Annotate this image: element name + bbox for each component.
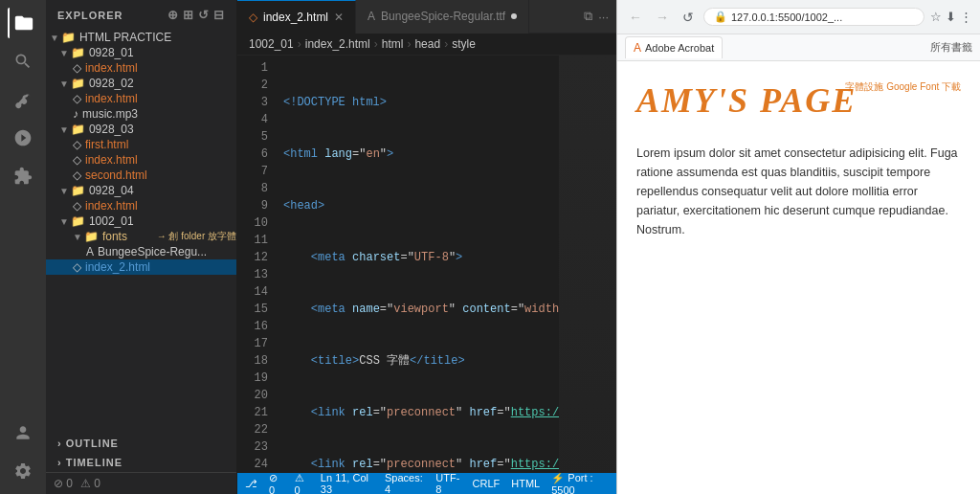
account-icon[interactable] (8, 417, 38, 448)
tree-arrow: ▼ (50, 33, 59, 43)
breadcrumb-html[interactable]: html (382, 37, 404, 51)
modified-dot (511, 13, 517, 19)
html-tab-icon: ◇ (249, 11, 257, 24)
warnings-status[interactable]: ⚠ 0 (295, 472, 309, 495)
tab-label: index_2.html (263, 11, 328, 24)
tree-label: index.html (85, 199, 236, 213)
mp3-file-icon: ♪ (73, 107, 78, 121)
tree-item-first-html[interactable]: ◇ first.html (46, 137, 236, 152)
browser-tabs-bar: A Adobe Acrobat 所有書籤 (617, 34, 980, 61)
breadcrumb-sep: › (444, 37, 448, 51)
tab-bungee-ttf[interactable]: A BungeeSpice-Regular.ttf (356, 0, 529, 34)
tree-arrow: ▼ (59, 124, 69, 135)
status-right: Ln 11, Col 33 Spaces: 4 UTF-8 CRLF HTML … (321, 472, 609, 495)
sidebar-header: EXPLORER ⊕ ⊞ ↺ ⊟ (46, 0, 236, 30)
code-content[interactable]: <!DOCTYPE html> <html lang="en"> <head> … (276, 56, 559, 473)
tab-close-icon[interactable]: ✕ (334, 11, 344, 24)
back-button[interactable]: ← (625, 8, 646, 27)
acrobat-tab[interactable]: A Adobe Acrobat (625, 36, 723, 58)
star-icon[interactable]: ☆ (930, 10, 942, 24)
tree-item-second-html[interactable]: ◇ second.html (46, 168, 236, 183)
more-actions-icon[interactable]: ··· (598, 10, 609, 24)
forward-button[interactable]: → (652, 8, 673, 27)
debug-icon[interactable] (8, 123, 38, 153)
outline-section[interactable]: › OUTLINE (46, 434, 236, 453)
eol-status[interactable]: CRLF (473, 478, 501, 489)
html-file-icon: ◇ (73, 260, 81, 274)
tree-label: 0928_02 (89, 77, 236, 90)
lorem-text: Lorem ipsum dolor sit amet consectetur a… (636, 144, 961, 239)
tree-arrow: ▼ (59, 216, 69, 227)
tree-item-index-html-1[interactable]: ◇ index.html (46, 60, 236, 76)
language-status[interactable]: HTML (511, 478, 540, 489)
bookmarks-label[interactable]: 所有書籤 (930, 40, 972, 55)
extensions-icon[interactable] (8, 161, 38, 191)
new-file-icon[interactable]: ⊕ (167, 8, 179, 22)
file-tree: ▼ 📁 HTML PRACTICE ▼ 📁 0928_01 ◇ index.ht… (46, 30, 236, 434)
html-file-icon: ◇ (73, 61, 81, 75)
ln-col-status[interactable]: Ln 11, Col 33 (321, 472, 373, 494)
reload-button[interactable]: ↺ (679, 8, 698, 27)
tree-label: index.html (85, 92, 236, 105)
acrobat-tab-label: Adobe Acrobat (645, 42, 714, 54)
tree-arrow: ▼ (59, 186, 69, 196)
editor-area: ◇ index_2.html ✕ A BungeeSpice-Regular.t… (237, 0, 616, 494)
errors-status[interactable]: ⊘ 0 (269, 472, 283, 495)
tree-label: BungeeSpice-Regu... (98, 245, 236, 258)
settings-icon[interactable] (8, 456, 38, 486)
tree-item-music-mp3[interactable]: ♪ music.mp3 (46, 106, 236, 122)
tree-item-0928-03[interactable]: ▼ 📁 0928_03 (46, 122, 236, 137)
sidebar-bottom-icons: ⊘ 0 ⚠ 0 (46, 472, 236, 494)
tree-item-0928-04[interactable]: ▼ 📁 0928_04 (46, 183, 236, 198)
code-line: <!DOCTYPE html> (276, 94, 559, 111)
tab-index2-html[interactable]: ◇ index_2.html ✕ (237, 0, 356, 34)
tree-item-index-html-2[interactable]: ◇ index.html (46, 91, 236, 106)
port-status[interactable]: ⚡ Port : 5500 (551, 472, 609, 495)
breadcrumb: 1002_01 › index_2.html › html › head › s… (237, 34, 616, 56)
tree-item-1002-01[interactable]: ▼ 📁 1002_01 (46, 213, 236, 229)
code-line: <link rel="preconnect" href="https://fon… (276, 456, 559, 473)
tree-label: index.html (85, 61, 236, 75)
tree-item-fonts[interactable]: ▼ 📁 fonts → 創 folder 放字體 (46, 229, 236, 244)
explorer-icon[interactable] (8, 8, 38, 38)
tree-item-bungee-ttf[interactable]: A BungeeSpice-Regu... (46, 244, 236, 259)
breadcrumb-style[interactable]: style (452, 37, 476, 51)
new-folder-icon[interactable]: ⊞ (183, 8, 194, 22)
code-line: <link rel="preconnect" href="https://fon… (276, 404, 559, 421)
tree-item-index2-html[interactable]: ◇ index_2.html (46, 259, 236, 275)
tree-label: music.mp3 (82, 107, 236, 121)
tab-right-icons: ⧉ ··· (576, 9, 616, 24)
tree-item-index-html-3[interactable]: ◇ index.html (46, 152, 236, 168)
line-numbers: 12345 678910 1112131415 1617181920 21222… (237, 56, 276, 473)
download-icon[interactable]: ⬇ (946, 10, 956, 24)
refresh-icon[interactable]: ↺ (198, 8, 210, 22)
tree-label: second.html (85, 168, 236, 182)
amy-annotation: 字體設施 Google Font 下載 (845, 80, 961, 94)
search-icon[interactable] (8, 46, 38, 77)
sidebar: EXPLORER ⊕ ⊞ ↺ ⊟ ▼ 📁 HTML PRACTICE ▼ 📁 0… (46, 0, 237, 494)
folder-icon: 📁 (71, 123, 85, 136)
preview-panel: ← → ↺ 🔒 127.0.0.1:5500/1002_... ☆ ⬇ ⋮ A … (616, 0, 980, 494)
split-editor-icon[interactable]: ⧉ (584, 9, 592, 24)
menu-icon[interactable]: ⋮ (960, 10, 972, 24)
encoding-status[interactable]: UTF-8 (435, 472, 460, 494)
browser-actions: ☆ ⬇ ⋮ (930, 10, 972, 24)
breadcrumb-head[interactable]: head (414, 37, 440, 51)
breadcrumb-1002[interactable]: 1002_01 (249, 37, 294, 51)
tree-item-0928-02[interactable]: ▼ 📁 0928_02 (46, 76, 236, 91)
tree-item-0928-01[interactable]: ▼ 📁 0928_01 (46, 45, 236, 60)
tree-label: index_2.html (85, 260, 236, 274)
tree-item-html-practice[interactable]: ▼ 📁 HTML PRACTICE (46, 30, 236, 45)
git-icon[interactable] (8, 84, 38, 115)
address-bar[interactable]: 🔒 127.0.0.1:5500/1002_... (703, 8, 924, 26)
folder-icon: 📁 (71, 77, 85, 90)
spaces-status[interactable]: Spaces: 4 (385, 472, 424, 494)
breadcrumb-index2[interactable]: index_2.html (305, 37, 370, 51)
tree-item-index-html-4[interactable]: ◇ index.html (46, 198, 236, 213)
tab-label: BungeeSpice-Regular.ttf (381, 10, 505, 23)
breadcrumb-sep: › (298, 37, 301, 51)
code-line: <html lang="en"> (276, 146, 559, 163)
timeline-section[interactable]: › TIMELINE (46, 453, 236, 472)
collapse-icon[interactable]: ⊟ (213, 8, 225, 22)
warning-count: ⚠ 0 (80, 477, 100, 490)
